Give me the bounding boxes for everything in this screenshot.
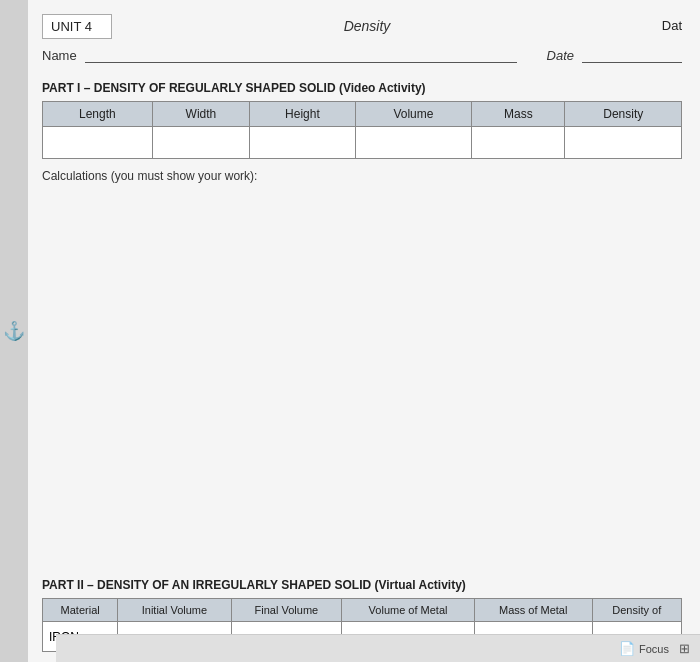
col-density-of: Density of	[592, 599, 681, 622]
date-input-line[interactable]	[582, 47, 682, 63]
date-section: Date	[547, 47, 682, 63]
col-initial-volume: Initial Volume	[118, 599, 231, 622]
grid-icon[interactable]: ⊞	[679, 641, 690, 656]
col-volume-of-metal: Volume of Metal	[342, 599, 475, 622]
col-length: Length	[43, 102, 153, 127]
status-bar: 📄 Focus ⊞	[56, 634, 700, 662]
part1-data-row	[43, 127, 682, 159]
left-sidebar: ⚓	[0, 0, 28, 662]
name-label: Name	[42, 48, 77, 63]
calculations-label: Calculations (you must show your work):	[42, 169, 682, 183]
cell-length[interactable]	[43, 127, 153, 159]
part1-title: PART I – DENSITY OF REGULARLY SHAPED SOL…	[42, 81, 682, 95]
header-row: UNIT 4 Density Dat	[42, 14, 682, 39]
cell-width[interactable]	[152, 127, 249, 159]
col-height: Height	[250, 102, 356, 127]
part1-header-row: Length Width Height Volume Mass Density	[43, 102, 682, 127]
cell-mass[interactable]	[472, 127, 565, 159]
main-content: UNIT 4 Density Dat Name Date PART I – DE…	[28, 0, 700, 662]
col-width: Width	[152, 102, 249, 127]
date-label: Date	[547, 48, 574, 63]
name-date-row: Name Date	[42, 47, 682, 63]
date-right-label: Dat	[622, 14, 682, 33]
cell-volume[interactable]	[355, 127, 472, 159]
calculations-area[interactable]	[42, 187, 682, 568]
part1-table: Length Width Height Volume Mass Density	[42, 101, 682, 159]
anchor-icon: ⚓	[3, 320, 25, 342]
col-density: Density	[565, 102, 682, 127]
part2-title: PART II – DENSITY OF AN IRREGULARLY SHAP…	[42, 578, 682, 592]
focus-label: Focus	[639, 643, 669, 655]
unit-label: UNIT 4	[42, 14, 112, 39]
part2-header-row: Material Initial Volume Final Volume Vol…	[43, 599, 682, 622]
col-final-volume: Final Volume	[231, 599, 342, 622]
col-volume: Volume	[355, 102, 472, 127]
focus-status: 📄 Focus	[619, 641, 669, 656]
name-section: Name	[42, 47, 517, 63]
col-mass-of-metal: Mass of Metal	[474, 599, 592, 622]
col-material: Material	[43, 599, 118, 622]
focus-icon: 📄	[619, 641, 635, 656]
col-mass: Mass	[472, 102, 565, 127]
cell-height[interactable]	[250, 127, 356, 159]
page-wrapper: ⚓ UNIT 4 Density Dat Name Date PART I – …	[0, 0, 700, 662]
cell-density[interactable]	[565, 127, 682, 159]
page-title: Density	[112, 14, 622, 34]
name-input-line[interactable]	[85, 47, 517, 63]
